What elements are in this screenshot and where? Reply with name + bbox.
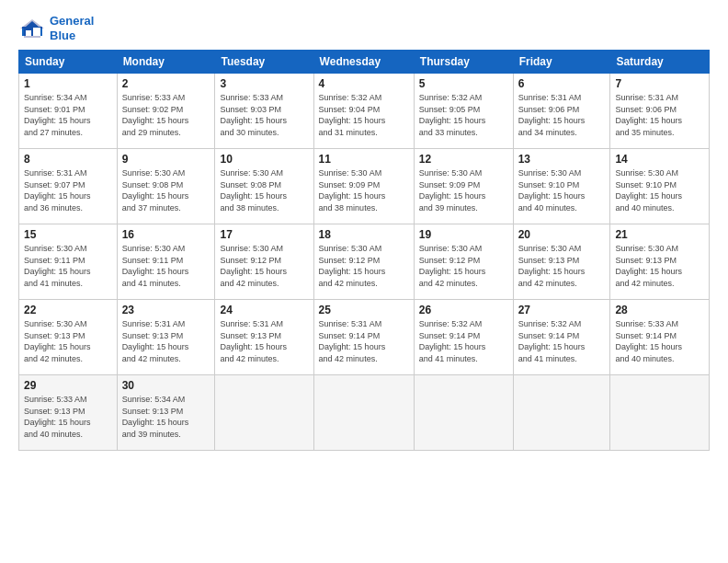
calendar-week-row: 15Sunrise: 5:30 AM Sunset: 9:11 PM Dayli… bbox=[19, 224, 710, 300]
calendar-day-cell: 16Sunrise: 5:30 AM Sunset: 9:11 PM Dayli… bbox=[117, 224, 215, 300]
day-sunrise-sunset-info: Sunrise: 5:30 AM Sunset: 9:10 PM Dayligh… bbox=[518, 167, 606, 213]
calendar-day-cell: 9Sunrise: 5:30 AM Sunset: 9:08 PM Daylig… bbox=[117, 149, 215, 224]
calendar-day-cell: 14Sunrise: 5:30 AM Sunset: 9:10 PM Dayli… bbox=[610, 149, 710, 224]
calendar-day-cell: 30Sunrise: 5:34 AM Sunset: 9:13 PM Dayli… bbox=[117, 375, 215, 451]
header-friday: Friday bbox=[513, 51, 610, 74]
calendar-day-cell: 22Sunrise: 5:30 AM Sunset: 9:13 PM Dayli… bbox=[19, 300, 118, 375]
day-sunrise-sunset-info: Sunrise: 5:30 AM Sunset: 9:13 PM Dayligh… bbox=[518, 243, 606, 289]
calendar-day-cell: 7Sunrise: 5:31 AM Sunset: 9:06 PM Daylig… bbox=[610, 74, 710, 149]
day-sunrise-sunset-info: Sunrise: 5:33 AM Sunset: 9:13 PM Dayligh… bbox=[24, 394, 112, 440]
header: General Blue bbox=[18, 14, 710, 42]
day-number: 2 bbox=[122, 77, 210, 90]
day-sunrise-sunset-info: Sunrise: 5:32 AM Sunset: 9:04 PM Dayligh… bbox=[319, 92, 409, 138]
calendar-day-cell: 24Sunrise: 5:31 AM Sunset: 9:13 PM Dayli… bbox=[215, 300, 313, 375]
day-sunrise-sunset-info: Sunrise: 5:31 AM Sunset: 9:14 PM Dayligh… bbox=[319, 318, 409, 364]
day-sunrise-sunset-info: Sunrise: 5:30 AM Sunset: 9:11 PM Dayligh… bbox=[122, 243, 210, 289]
day-sunrise-sunset-info: Sunrise: 5:31 AM Sunset: 9:13 PM Dayligh… bbox=[122, 318, 210, 364]
calendar-empty-cell bbox=[610, 375, 710, 451]
day-sunrise-sunset-info: Sunrise: 5:30 AM Sunset: 9:12 PM Dayligh… bbox=[220, 243, 308, 289]
calendar-day-cell: 11Sunrise: 5:30 AM Sunset: 9:09 PM Dayli… bbox=[313, 149, 414, 224]
day-number: 28 bbox=[615, 304, 704, 316]
day-number: 7 bbox=[615, 77, 704, 90]
day-number: 19 bbox=[419, 228, 508, 241]
calendar-day-cell: 8Sunrise: 5:31 AM Sunset: 9:07 PM Daylig… bbox=[19, 149, 118, 224]
calendar-day-cell: 10Sunrise: 5:30 AM Sunset: 9:08 PM Dayli… bbox=[215, 149, 313, 224]
day-sunrise-sunset-info: Sunrise: 5:30 AM Sunset: 9:12 PM Dayligh… bbox=[319, 243, 409, 289]
day-sunrise-sunset-info: Sunrise: 5:34 AM Sunset: 9:13 PM Dayligh… bbox=[122, 394, 210, 440]
day-sunrise-sunset-info: Sunrise: 5:31 AM Sunset: 9:13 PM Dayligh… bbox=[220, 318, 308, 364]
day-sunrise-sunset-info: Sunrise: 5:33 AM Sunset: 9:02 PM Dayligh… bbox=[122, 92, 210, 138]
logo: General Blue bbox=[18, 14, 94, 42]
day-number: 24 bbox=[220, 304, 308, 316]
day-number: 12 bbox=[419, 153, 508, 166]
calendar-day-cell: 13Sunrise: 5:30 AM Sunset: 9:10 PM Dayli… bbox=[513, 149, 610, 224]
calendar-day-cell: 5Sunrise: 5:32 AM Sunset: 9:05 PM Daylig… bbox=[414, 74, 513, 149]
calendar-day-cell: 4Sunrise: 5:32 AM Sunset: 9:04 PM Daylig… bbox=[313, 74, 414, 149]
header-thursday: Thursday bbox=[414, 51, 513, 74]
calendar-empty-cell bbox=[313, 375, 414, 451]
day-sunrise-sunset-info: Sunrise: 5:30 AM Sunset: 9:11 PM Dayligh… bbox=[24, 243, 112, 289]
calendar-day-cell: 28Sunrise: 5:33 AM Sunset: 9:14 PM Dayli… bbox=[610, 300, 710, 375]
calendar-week-row: 8Sunrise: 5:31 AM Sunset: 9:07 PM Daylig… bbox=[19, 149, 710, 224]
day-sunrise-sunset-info: Sunrise: 5:30 AM Sunset: 9:08 PM Dayligh… bbox=[220, 167, 308, 213]
day-sunrise-sunset-info: Sunrise: 5:31 AM Sunset: 9:07 PM Dayligh… bbox=[24, 167, 112, 213]
day-number: 13 bbox=[518, 153, 606, 166]
calendar-day-cell: 29Sunrise: 5:33 AM Sunset: 9:13 PM Dayli… bbox=[19, 375, 118, 451]
header-sunday: Sunday bbox=[19, 51, 118, 74]
day-sunrise-sunset-info: Sunrise: 5:30 AM Sunset: 9:09 PM Dayligh… bbox=[419, 167, 508, 213]
calendar-empty-cell bbox=[215, 375, 313, 451]
calendar-table: Sunday Monday Tuesday Wednesday Thursday… bbox=[18, 50, 710, 451]
header-saturday: Saturday bbox=[610, 51, 710, 74]
day-sunrise-sunset-info: Sunrise: 5:30 AM Sunset: 9:13 PM Dayligh… bbox=[24, 318, 112, 364]
day-sunrise-sunset-info: Sunrise: 5:30 AM Sunset: 9:12 PM Dayligh… bbox=[419, 243, 508, 289]
day-number: 15 bbox=[24, 228, 112, 241]
day-number: 26 bbox=[419, 304, 508, 316]
day-number: 14 bbox=[615, 153, 704, 166]
day-number: 10 bbox=[220, 153, 308, 166]
calendar-day-cell: 27Sunrise: 5:32 AM Sunset: 9:14 PM Dayli… bbox=[513, 300, 610, 375]
svg-rect-4 bbox=[33, 28, 40, 36]
calendar-empty-cell bbox=[513, 375, 610, 451]
calendar-empty-cell bbox=[414, 375, 513, 451]
calendar-day-cell: 2Sunrise: 5:33 AM Sunset: 9:02 PM Daylig… bbox=[117, 74, 215, 149]
calendar-day-cell: 21Sunrise: 5:30 AM Sunset: 9:13 PM Dayli… bbox=[610, 224, 710, 300]
calendar-day-cell: 1Sunrise: 5:34 AM Sunset: 9:01 PM Daylig… bbox=[19, 74, 118, 149]
calendar-week-row: 29Sunrise: 5:33 AM Sunset: 9:13 PM Dayli… bbox=[19, 375, 710, 451]
day-sunrise-sunset-info: Sunrise: 5:34 AM Sunset: 9:01 PM Dayligh… bbox=[24, 92, 112, 138]
day-number: 11 bbox=[319, 153, 409, 166]
day-number: 4 bbox=[319, 77, 409, 90]
calendar-day-cell: 26Sunrise: 5:32 AM Sunset: 9:14 PM Dayli… bbox=[414, 300, 513, 375]
day-number: 6 bbox=[518, 77, 606, 90]
day-number: 1 bbox=[24, 77, 112, 90]
day-number: 17 bbox=[220, 228, 308, 241]
svg-rect-3 bbox=[26, 30, 31, 36]
logo-icon bbox=[18, 17, 46, 40]
calendar-day-cell: 18Sunrise: 5:30 AM Sunset: 9:12 PM Dayli… bbox=[313, 224, 414, 300]
day-number: 20 bbox=[518, 228, 606, 241]
day-number: 21 bbox=[615, 228, 704, 241]
calendar-header-row: Sunday Monday Tuesday Wednesday Thursday… bbox=[19, 51, 710, 74]
calendar-day-cell: 6Sunrise: 5:31 AM Sunset: 9:06 PM Daylig… bbox=[513, 74, 610, 149]
calendar-day-cell: 12Sunrise: 5:30 AM Sunset: 9:09 PM Dayli… bbox=[414, 149, 513, 224]
day-number: 29 bbox=[24, 379, 112, 392]
day-sunrise-sunset-info: Sunrise: 5:30 AM Sunset: 9:09 PM Dayligh… bbox=[319, 167, 409, 213]
day-sunrise-sunset-info: Sunrise: 5:30 AM Sunset: 9:08 PM Dayligh… bbox=[122, 167, 210, 213]
calendar-day-cell: 17Sunrise: 5:30 AM Sunset: 9:12 PM Dayli… bbox=[215, 224, 313, 300]
day-sunrise-sunset-info: Sunrise: 5:31 AM Sunset: 9:06 PM Dayligh… bbox=[518, 92, 606, 138]
calendar-day-cell: 23Sunrise: 5:31 AM Sunset: 9:13 PM Dayli… bbox=[117, 300, 215, 375]
day-sunrise-sunset-info: Sunrise: 5:33 AM Sunset: 9:03 PM Dayligh… bbox=[220, 92, 308, 138]
day-sunrise-sunset-info: Sunrise: 5:33 AM Sunset: 9:14 PM Dayligh… bbox=[615, 318, 704, 364]
day-sunrise-sunset-info: Sunrise: 5:32 AM Sunset: 9:14 PM Dayligh… bbox=[419, 318, 508, 364]
day-number: 8 bbox=[24, 153, 112, 166]
day-sunrise-sunset-info: Sunrise: 5:32 AM Sunset: 9:05 PM Dayligh… bbox=[419, 92, 508, 138]
day-number: 18 bbox=[319, 228, 409, 241]
day-number: 25 bbox=[319, 304, 409, 316]
header-wednesday: Wednesday bbox=[313, 51, 414, 74]
day-number: 22 bbox=[24, 304, 112, 316]
day-number: 27 bbox=[518, 304, 606, 316]
day-sunrise-sunset-info: Sunrise: 5:30 AM Sunset: 9:10 PM Dayligh… bbox=[615, 167, 704, 213]
calendar-day-cell: 15Sunrise: 5:30 AM Sunset: 9:11 PM Dayli… bbox=[19, 224, 118, 300]
day-number: 9 bbox=[122, 153, 210, 166]
calendar-day-cell: 19Sunrise: 5:30 AM Sunset: 9:12 PM Dayli… bbox=[414, 224, 513, 300]
day-sunrise-sunset-info: Sunrise: 5:32 AM Sunset: 9:14 PM Dayligh… bbox=[518, 318, 606, 364]
